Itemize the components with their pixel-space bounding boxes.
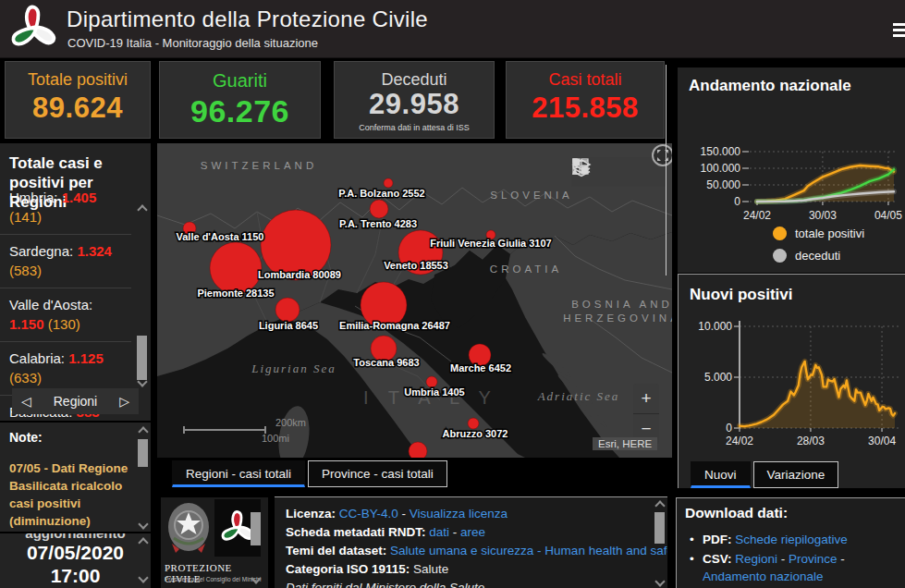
region-map-label: Friuli Venezia Giulia 3107 <box>430 238 551 249</box>
app-subtitle: COVID-19 Italia - Monitoraggio della sit… <box>67 36 318 50</box>
regions-list[interactable]: Umbria: 1.405 (141)Sardegna: 1.324 (583)… <box>0 181 137 421</box>
region-total: 1.324 <box>77 243 112 259</box>
metadata-lines: Licenza: CC-BY-4.0 - Visualizza licenzaS… <box>275 497 667 588</box>
expand-icon[interactable] <box>652 144 672 166</box>
y-tick-label: 50.000 <box>706 178 740 191</box>
download-link[interactable]: Andamento nazionale <box>703 570 824 583</box>
pager-prev-icon[interactable]: ◁ <box>21 394 31 409</box>
metadata-text: Salute <box>413 562 448 576</box>
tab-province-casi-totali[interactable]: Province - casi totali <box>308 460 447 487</box>
legend-item[interactable]: totale positivi <box>773 227 864 240</box>
scrollbar-thumb[interactable] <box>138 439 148 467</box>
region-map-label: Umbria 1405 <box>404 386 464 398</box>
map[interactable]: I T A L Y SWITZERLANDSLOVENIACROATIABOSN… <box>157 143 672 458</box>
region-list-item[interactable]: Sardegna: 1.324 (583) <box>0 235 131 288</box>
map-tabs: Regioni - casi totaliProvince - casi tot… <box>172 460 447 487</box>
region-list-item[interactable]: Valle d'Aosta: 1.150 (130) <box>0 288 131 342</box>
app-title: Dipartimento della Protezione Civile <box>67 6 428 32</box>
stat-note: Conferma dati in attesa di ISS <box>335 123 494 132</box>
pager-next-icon[interactable]: ▷ <box>119 394 129 409</box>
stat-value: 215.858 <box>507 92 664 125</box>
update-label: aggiornamento <box>0 533 151 541</box>
region-map-label: Lombardia 80089 <box>258 269 341 280</box>
region-name: Valle d'Aosta: <box>9 297 92 312</box>
scrollbar-thumb[interactable] <box>251 512 261 545</box>
metadata-panel: Licenza: CC-BY-4.0 - Visualizza licenzaS… <box>275 496 667 588</box>
download-link[interactable]: Regioni <box>735 552 777 566</box>
region-circle[interactable] <box>210 242 262 294</box>
scroll-up-icon[interactable] <box>138 537 148 547</box>
basemap-icon[interactable] <box>571 157 590 176</box>
tab-nuovi[interactable]: Nuovi <box>691 461 751 488</box>
download-link[interactable]: Schede riepilogative <box>735 533 848 546</box>
region-name: Calabria: <box>9 350 68 366</box>
metadata-line: Scheda metadati RNDT: dati - aree <box>286 523 643 542</box>
region-circle[interactable] <box>384 178 393 188</box>
metadata-link[interactable]: Salute umana e sicurezza - Human health … <box>390 544 667 557</box>
menu-icon[interactable] <box>893 20 905 39</box>
metadata-line: Licenza: CC-BY-4.0 - Visualizza licenza <box>286 505 643 523</box>
region-list-item[interactable]: Umbria: 1.405 (141) <box>0 181 131 235</box>
region-positives: (130) <box>48 316 80 332</box>
metadata-line: Temi del dataset: Salute umana e sicurez… <box>286 542 643 560</box>
stat-label: Casi totali <box>507 70 664 90</box>
metadata-link[interactable]: Visualizza licenza <box>410 507 508 521</box>
logo-scrollbar[interactable] <box>250 501 262 586</box>
metadata-text: Scheda metadati RNDT: <box>286 525 429 539</box>
zoom-in-button[interactable]: + <box>633 384 659 414</box>
notes-scrollbar[interactable] <box>137 426 149 530</box>
scroll-up-icon[interactable] <box>137 204 147 214</box>
y-tick-label: 0 <box>726 422 732 435</box>
stat-card-casi-totali: Casi totali 215.858 <box>506 61 665 139</box>
download-text: - <box>777 552 789 566</box>
scroll-down-icon[interactable] <box>138 572 148 582</box>
metadata-line: Categoria ISO 19115: Salute <box>286 560 643 579</box>
scrollbar-thumb[interactable] <box>654 512 665 544</box>
region-total: 1.405 <box>62 190 97 205</box>
scale-km: 200km <box>275 417 306 428</box>
pager-label: Regioni <box>54 394 97 409</box>
update-scrollbar[interactable] <box>137 533 149 588</box>
map-attribution: Esri, HERE <box>593 437 657 450</box>
metadata-text: - <box>398 507 410 521</box>
scroll-up-icon[interactable] <box>654 500 665 510</box>
stat-value: 89.624 <box>6 92 150 125</box>
legend-item[interactable]: deceduti <box>773 249 864 263</box>
download-text: - <box>838 552 845 566</box>
scroll-up-icon[interactable] <box>138 426 148 436</box>
country-label: CROATIA <box>490 263 562 275</box>
region-circle[interactable] <box>370 200 388 218</box>
region-circle[interactable] <box>409 442 427 458</box>
stat-label: Guariti <box>160 70 320 92</box>
scale-mi: 100mi <box>262 433 289 444</box>
download-panel: Download dati: •PDF: Schede riepilogativ… <box>676 497 905 588</box>
tab-regioni-casi-totali[interactable]: Regioni - casi totali <box>172 460 305 487</box>
tab-variazione[interactable]: Variazione <box>753 461 839 488</box>
metadata-link[interactable]: CC-BY-4.0 <box>339 507 398 521</box>
note-entry: 07/05 - Dati Regione Basilicata ricalcol… <box>0 458 151 532</box>
stat-label: Deceduti <box>335 70 494 90</box>
scrollbar-thumb[interactable] <box>137 336 147 380</box>
map-canvas[interactable]: I T A L Y SWITZERLANDSLOVENIACROATIABOSN… <box>157 143 672 458</box>
logo-panel: PROTEZIONE CIVILE Presidenza del Consigl… <box>161 497 268 588</box>
sea-label: Adriatic Sea <box>537 389 620 403</box>
regions-scrollbar[interactable] <box>136 199 148 388</box>
country-label: HERZEGOVINA <box>563 312 672 324</box>
legend-dot <box>773 249 787 263</box>
download-link[interactable]: Province <box>789 552 838 566</box>
y-tick-label: 5.000 <box>704 371 732 384</box>
country-label: BOSNIA AND <box>571 299 672 310</box>
scroll-down-icon[interactable] <box>251 573 261 583</box>
regions-panel: Totale casi e positivi per Regioni Umbri… <box>0 143 151 421</box>
region-name: Sardegna: <box>9 243 77 259</box>
metadata-scrollbar[interactable] <box>654 500 666 588</box>
metadata-link[interactable]: aree <box>460 525 485 539</box>
scroll-down-icon[interactable] <box>138 519 148 529</box>
x-tick-label: 24/02 <box>726 435 753 447</box>
download-list: •PDF: Schede riepilogative•CSV: Regioni … <box>677 531 905 585</box>
scroll-down-icon[interactable] <box>654 576 665 586</box>
metadata-link[interactable]: dati <box>429 525 449 539</box>
region-circle[interactable] <box>275 298 300 322</box>
region-map-label: Veneto 18553 <box>384 260 448 271</box>
region-map-label: Abruzzo 3072 <box>443 428 508 439</box>
